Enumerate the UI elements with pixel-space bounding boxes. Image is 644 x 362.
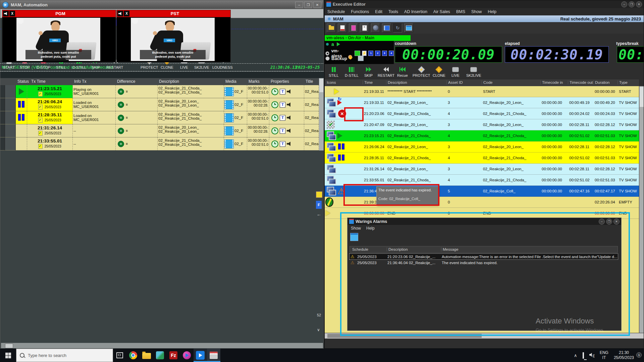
col-status[interactable]: Status [17,79,29,84]
clone-button[interactable]: ⚡CLONE [433,66,445,77]
layout-button[interactable] [382,23,391,33]
collapse-left-icon[interactable]: ← [317,212,321,217]
taskbar-chrome[interactable] [126,349,140,362]
minimize-button[interactable]: – [295,2,303,8]
f-tab[interactable]: F [316,201,322,209]
close-button[interactable]: ✕ [636,1,642,7]
server-4-icon[interactable]: 4 [389,51,394,56]
playlist-row[interactable]: 21:31:26.1425/05/2023 -- == 02_Reakcije_… [0,124,319,137]
sticky-note-icon[interactable] [316,191,322,198]
maximize-button[interactable]: ❐ [304,2,312,8]
menu-show[interactable]: Show [351,226,361,231]
col-media[interactable]: Media [225,79,236,84]
sk2live-button[interactable]: SK2LIVE [466,66,481,77]
x-overlay-icon[interactable]: X [9,11,15,16]
minimize-button[interactable]: – [621,1,627,7]
col-timecode-in[interactable]: Timecode in [540,80,563,84]
right-table-vscrollbar[interactable] [639,86,644,333]
server-3-icon[interactable]: 3 [382,51,387,56]
menu-ad-insertion[interactable]: AD Insertion [404,9,427,14]
start-button[interactable] [0,349,16,362]
col-difference[interactable]: Difference [117,79,135,84]
export-button[interactable] [349,23,358,33]
close-button[interactable]: ✕ [313,2,321,8]
col-duration[interactable]: Duration [593,80,609,84]
radio-on-icon[interactable] [325,51,329,56]
protect-button[interactable]: ⚡PROTECT [413,66,430,77]
taskbar-scheduler-app[interactable] [207,349,220,362]
taskbar-maps-app[interactable] [153,349,167,362]
still-button[interactable]: STILL [329,66,338,77]
schedule-row[interactable]: 21:19:33.11 ********** START ********** … [325,86,639,97]
col-code[interactable]: Code [482,80,493,84]
col-marks[interactable]: Marks [249,79,260,84]
col-icons[interactable]: Icons [325,80,336,84]
col-timecode-out[interactable]: Timecode out [568,80,593,84]
taskbar-filezilla[interactable]: Fz [167,349,180,362]
left-hscrollbar[interactable] [1,343,323,348]
schedule-row[interactable]: ↻ 21:19:33.11 02_Reakcije_20_Leon_ 3 02_… [325,97,639,108]
refresh-button[interactable]: ↻ [393,23,402,33]
right-titlebar[interactable]: Executive Editor – ❐ ✕ [325,0,644,8]
mute-icon[interactable] [117,11,123,16]
close-button[interactable]: ✕ [613,219,620,225]
minimize-button[interactable]: – [599,219,605,225]
live-button[interactable]: LIVE [451,66,460,77]
taskbar-explorer[interactable] [140,349,153,362]
col-message[interactable]: Message [441,247,459,251]
menu-functions[interactable]: Functions [351,9,369,14]
menu-help[interactable]: Help [488,9,496,14]
col-description[interactable]: Description [159,79,179,84]
save-schedule-button[interactable] [338,23,347,33]
menu-help[interactable]: Help [366,226,375,231]
col-asset-id[interactable]: Asset ID [446,80,463,84]
col-schedule[interactable]: Schedule [351,247,368,251]
left-table-vscrollbar[interactable] [319,78,324,150]
col-info-tx[interactable]: Info Tx [74,79,86,84]
col-type[interactable]: Type [618,80,628,84]
schedule-row[interactable]: 21:31:26.14 02_Reakcije_20_Leon_ 3 02_Re… [325,164,639,175]
d-still-button[interactable]: D-STILL [345,66,359,77]
calendar-button[interactable] [404,23,413,33]
col-description[interactable]: Description [387,247,408,251]
menu-bms[interactable]: BMS [456,9,465,14]
col-title[interactable]: Title [306,79,313,84]
playlist-row[interactable]: 21:23:15.2125/05/2023 Playing on MC_USER… [0,85,319,98]
dialog-calendar-button[interactable] [350,233,358,241]
maximize-button[interactable]: ❐ [606,219,612,225]
menu-schedule[interactable]: Schedule [327,9,345,14]
maximize-button[interactable]: ❐ [629,1,635,7]
update-list-button[interactable]: ≡ [360,23,369,33]
x-overlay-icon[interactable]: X [124,11,129,16]
col-description[interactable]: Description [386,80,407,84]
taskbar-automation-app[interactable] [194,349,207,362]
schedule-row-onair[interactable]: 21:23:15.21 02_Reakcije_21_Choda_ 4 02_R… [325,130,639,141]
col-properties[interactable]: Properties [271,79,289,84]
left-titlebar[interactable]: ▶ MAM, Automation – ❐ ✕ [0,0,323,9]
backup-channel-radio[interactable]: Backup [325,56,364,61]
menu-tools[interactable]: Tools [388,9,398,14]
taskbar-settings-app[interactable] [180,349,194,362]
network-icon[interactable] [580,353,587,358]
radio-off-icon[interactable] [325,56,330,61]
scroll-thumb[interactable] [5,344,13,348]
server-1-icon[interactable]: 1 [368,51,373,56]
scroll-thumb[interactable] [319,79,323,92]
scroll-down-icon[interactable]: ∨ [317,327,320,332]
menu-edit[interactable]: Edit [375,9,382,14]
col-time[interactable]: Time [363,80,373,84]
tray-chevron-up-icon[interactable]: ∧ [571,353,580,358]
playlist-row[interactable]: 21:28:35.1125/05/2023 Loaded on MC_USER0… [0,111,319,124]
schedule-row[interactable]: ✕ 21:20:23.06 02_Reakcije_21_Choda_ 4 02… [325,108,639,119]
col-tx-time[interactable]: Tx Time [31,79,46,84]
restart-button[interactable]: RESTART [378,66,394,77]
menu-show[interactable]: Show [471,9,482,14]
mute-icon[interactable] [3,11,9,16]
settings-button[interactable] [371,23,380,33]
clock-indicator[interactable]: 21:3025/05/2023 [611,350,637,360]
recue-button[interactable]: Recue [397,66,408,77]
menu-air-sales[interactable]: Air Sales [433,9,450,14]
playlist-row[interactable]: 21:26:06.2425/05/2023 Loaded on MC_USER0… [0,98,319,111]
warning-row[interactable]: ⚠ 25/05/2023 21:36:46.04 02_Reakcije_...… [350,260,618,265]
volume-icon[interactable]: (( [587,353,597,358]
